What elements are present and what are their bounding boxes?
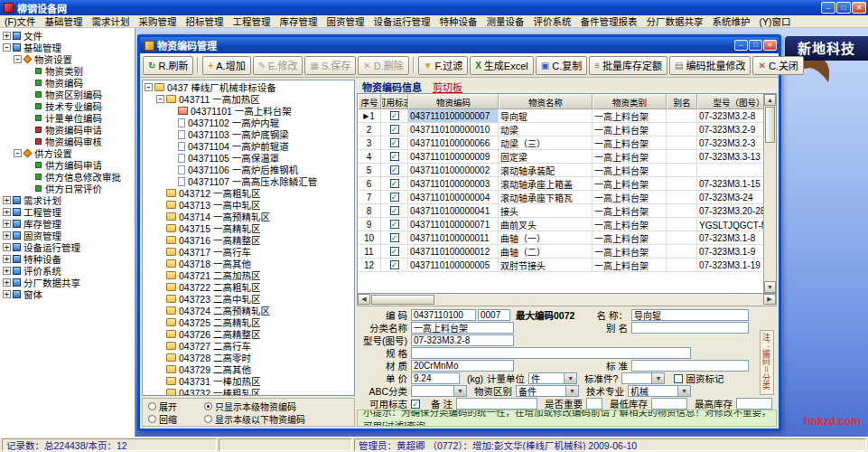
sidebar-item[interactable]: +物资编码 [0, 77, 135, 89]
tree-expander-icon[interactable]: + [3, 255, 11, 263]
sidebar-item[interactable]: +需求计划 [0, 194, 135, 206]
sidebar-item[interactable]: +特种设备 [0, 253, 135, 265]
tree-expander-icon[interactable]: - [3, 43, 11, 52]
usable-flag-cell[interactable]: ✓ [381, 164, 408, 177]
tree-node[interactable]: +043728 二高零时 [143, 352, 354, 363]
distinct-select[interactable] [516, 385, 566, 397]
dialog-maximize-button[interactable]: □ [749, 40, 762, 51]
toolbar-button[interactable]: ▦S.保存 [304, 56, 356, 75]
sidebar-item[interactable]: +供方编码申请 [0, 159, 135, 171]
sidebar-item[interactable]: +库存管理 [0, 218, 135, 230]
sidebar-item[interactable]: -供方设置 [0, 147, 135, 159]
toolbar-button[interactable]: +A.增加 [202, 56, 250, 75]
price-input[interactable] [411, 372, 460, 384]
tree-node[interactable]: +043731 一棒加热区 [143, 375, 354, 387]
toolbar-button[interactable]: ↻R.刷新 [143, 56, 193, 75]
menu-item[interactable]: 设备运行管理 [369, 14, 434, 28]
horizontal-scrollbar[interactable]: ◀ ▶ [357, 294, 777, 306]
close-button[interactable]: ✕ [852, 2, 866, 14]
table-row[interactable]: 3✓0437110100000066动梁（三）一高上料台架07-323M3.2-… [358, 137, 763, 150]
chevron-down-icon[interactable]: ▼ [565, 372, 577, 384]
sidebar-item[interactable]: +物资编码审核 [0, 136, 135, 147]
tree-expander-icon[interactable]: - [156, 95, 164, 103]
sidebar-item[interactable]: +工程管理 [0, 206, 135, 218]
close-dialog-toolbar-button[interactable]: ✕C.关闭 [752, 56, 803, 75]
sidebar-item[interactable]: +技术专业编码 [0, 100, 135, 112]
remark-input[interactable] [456, 398, 537, 410]
tree-expander-icon[interactable]: + [3, 267, 11, 275]
sidebar-item[interactable]: +分厂数据共享 [0, 277, 135, 288]
sidebar-item[interactable]: +固资管理 [0, 230, 135, 241]
tree-node[interactable]: +043726 二高精整区 [143, 328, 354, 340]
category-input[interactable] [411, 322, 514, 334]
tree-node[interactable]: +04371103 一高炉底钢梁 [143, 128, 354, 140]
tree-expander-icon[interactable]: + [3, 208, 11, 216]
horizontal-scroll-thumb[interactable] [371, 295, 434, 305]
alias-input[interactable] [631, 322, 749, 334]
dialog-minimize-button[interactable]: – [734, 40, 748, 51]
menu-item[interactable]: 招标管理 [181, 14, 228, 28]
tree-expander-icon[interactable]: + [3, 220, 11, 228]
menu-item[interactable]: 备件管理报表 [575, 14, 641, 28]
usable-flag-cell[interactable]: ✓ [381, 109, 408, 123]
chevron-down-icon[interactable]: ▼ [454, 385, 467, 397]
tree-node[interactable]: +043717 一高行车 [143, 246, 354, 258]
menu-item[interactable]: (F)文件 [0, 14, 40, 28]
column-header[interactable]: 物资名称 [499, 94, 593, 109]
table-row[interactable]: 5✓0437110100000002滚动轴承装配一高上料台架 [358, 164, 763, 177]
minimize-button[interactable]: – [821, 2, 835, 14]
usable-flag-cell[interactable]: ✓ [381, 137, 408, 150]
table-row[interactable]: 8✓0437110100000041接头一高上料台架07-323M3.20-28 [358, 204, 763, 218]
material-input[interactable] [411, 360, 514, 372]
tree-node[interactable]: +043723 二高中轧区 [143, 293, 354, 305]
tree-expander-icon[interactable]: + [3, 290, 11, 298]
tree-node[interactable]: +043724 二高预精轧区 [143, 305, 354, 316]
scroll-up-icon[interactable]: ▲ [764, 94, 776, 106]
scroll-left-icon[interactable]: ◀ [358, 294, 370, 305]
tech-select[interactable] [628, 385, 678, 397]
menu-item[interactable]: 工程管理 [228, 14, 275, 28]
menu-item[interactable]: 固资管理 [322, 14, 369, 28]
sidebar-item[interactable]: +文件 [0, 30, 135, 42]
menu-item[interactable]: (Y)窗口 [754, 14, 795, 28]
dialog-close-button[interactable]: ✕ [763, 40, 777, 51]
usable-flag-cell[interactable]: ✓ [381, 123, 408, 137]
max-stock-input[interactable] [736, 398, 772, 410]
toolbar-button[interactable]: ✎E.修改 [253, 56, 303, 75]
column-header[interactable]: 型号（图号） [697, 94, 763, 109]
tree-expander-icon[interactable]: - [145, 83, 153, 91]
table-row[interactable]: 12✓0437110100000005双肘节接头一高上料台架07-323M3.1… [358, 259, 763, 272]
tree-expander-icon[interactable]: + [3, 278, 11, 287]
code-suffix-input[interactable] [478, 309, 510, 321]
tree-node[interactable]: +04371104 一高炉前辊道 [143, 140, 354, 152]
sidebar-item[interactable]: +供方信息修改审批 [0, 171, 135, 183]
menu-item[interactable]: 特种设备 [434, 14, 481, 28]
usable-flag-cell[interactable]: ✓ [381, 231, 408, 245]
tree-node[interactable]: +043716 一高精整区 [143, 234, 354, 246]
tree-node[interactable]: +043722 二高粗轧区 [143, 281, 354, 293]
toolbar-button[interactable]: ▣C.复制 [536, 56, 587, 75]
model-input[interactable] [411, 334, 514, 346]
sidebar-item[interactable]: +窗体 [0, 288, 135, 300]
column-header[interactable]: 物资编码 [408, 94, 499, 109]
chevron-down-icon[interactable]: ▼ [678, 385, 691, 397]
table-row[interactable]: 10✓0437110100000011曲轴（一）一高上料台架07-323M3.1… [358, 231, 763, 245]
sidebar-item[interactable]: +评价系统 [0, 265, 135, 277]
usable-flag-cell[interactable]: ✓ [381, 191, 408, 204]
column-header[interactable]: 别名 [667, 94, 697, 109]
tree-node[interactable]: -0437 棒线厂机械非标设备 [143, 81, 354, 93]
abc-select[interactable] [411, 385, 454, 397]
code-prefix-input[interactable] [411, 309, 476, 321]
tree-node[interactable]: +04371101 一高上料台架 [143, 105, 354, 117]
table-row[interactable]: 4✓0437110100000009固定梁一高上料台架07-323M3.3-13 [358, 150, 763, 164]
chevron-down-icon[interactable]: ▼ [652, 372, 665, 384]
menu-item[interactable]: 分厂数据共享 [641, 14, 707, 28]
sidebar-item[interactable]: -物资设置 [0, 53, 135, 65]
radio-option[interactable]: 回缩 [148, 412, 204, 426]
radio-option[interactable]: 显示本级以下物资编码 [204, 412, 352, 426]
standard-input[interactable] [631, 360, 749, 372]
dialog-titlebar[interactable]: 物资编码管理 – □ ✕ [140, 37, 779, 53]
chevron-down-icon[interactable]: ▼ [566, 385, 579, 397]
tree-node[interactable]: +04371107 一高高压水除鳞汇管 [143, 175, 354, 187]
toolbar-button[interactable]: ▤编码批量修改 [669, 56, 751, 75]
